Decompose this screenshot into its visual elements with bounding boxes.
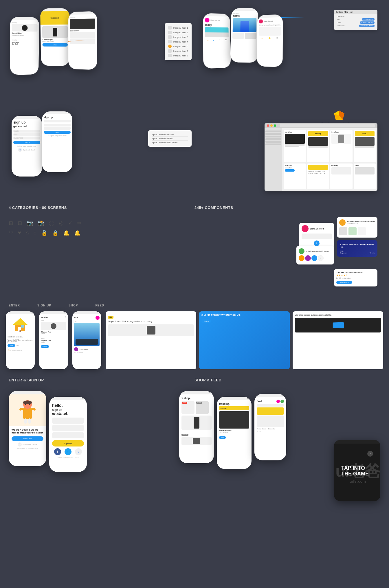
phone-content-gs: sign up get started. NAME EMAIL PASSWORD… xyxy=(12,119,42,177)
tooltip-item: Image / Item 4 xyxy=(168,39,188,44)
desktop-sidebar xyxy=(265,128,282,191)
home-filled-icon[interactable]: ⌂ xyxy=(34,230,37,236)
grid-icon[interactable]: ⊟ xyxy=(18,220,22,226)
section-top: 9:41 trending. X-model Edge™ Black & Whi… xyxy=(0,0,389,104)
desktop-card-2: trending. xyxy=(307,130,329,162)
chat-icon[interactable]: ◯ xyxy=(49,220,54,226)
components-label: 245+ COMPONENTS xyxy=(195,205,380,210)
home-outline-icon[interactable]: ⌂ xyxy=(26,230,29,236)
tooltip-item: Image / Item 5 xyxy=(168,44,188,49)
phone-content-shots: Sally Wilson shots. xyxy=(230,11,258,63)
svg-point-10 xyxy=(19,330,21,332)
sidebar-item-5 xyxy=(265,141,281,143)
input-filled: Inputs / Icon Left / Filled xyxy=(152,137,188,141)
get-started-text: get started. xyxy=(13,125,40,128)
bell-outline-icon[interactable]: 🔔 xyxy=(63,230,69,236)
sidebar-item-2 xyxy=(265,133,281,135)
item-icon-4 xyxy=(168,40,172,43)
inspector-panel: Buttons / Big Icon Overrides Icon Icons … xyxy=(334,10,377,30)
next-btn-sm[interactable]: Next xyxy=(8,344,15,347)
inspector-value-icon[interactable]: Icons / Logo xyxy=(362,18,375,21)
lock-outline-icon[interactable]: 🔓 xyxy=(41,230,47,236)
calendar-icon[interactable]: ⊞ xyxy=(9,220,13,226)
desktop-main-grid: trending. trending. xyxy=(282,128,377,191)
character-svg xyxy=(16,396,39,425)
tooltip-item: Image / Item 2 xyxy=(168,30,188,35)
heart-filled-icon[interactable]: ♥ xyxy=(18,230,21,236)
screen-animation-card: X UI KIT – screen animation. ★★★★☆ by UI… xyxy=(334,269,377,286)
continue-btn[interactable]: Continue xyxy=(13,141,40,144)
desktop-card-4: featur... xyxy=(354,130,376,162)
watch-btn[interactable]: Watch xyxy=(201,319,211,323)
tooltip-item: Image / Item 7 xyxy=(168,53,188,58)
phone-feed-final: 9:41 feed. Monica Goods → Starbucks 10 xyxy=(254,394,286,460)
enter-signup-label: ENTER & SIGN UP xyxy=(9,378,195,382)
tab-nav: ENTER SIGN UP SHOP FEED xyxy=(0,301,389,311)
tab-enter[interactable]: ENTER xyxy=(9,304,20,307)
component-cards-area: Monica Goods added a new event Sugar • R… xyxy=(197,217,380,298)
camera-icon[interactable]: 📷 xyxy=(27,220,33,226)
phone-content-1: trending. X-model Edge™ Black & White Sp… xyxy=(10,20,39,75)
components-section: ⊞ ⊟ 📷 📸 ◯ ◎ ✓ ✏ ♡ ♥ ⌂ ⌂ 🔓 🔒 🔔 🔔 xyxy=(0,216,389,301)
stars-rating: ★★★★☆ xyxy=(336,274,375,277)
phone-shots: Sally Wilson shots. xyxy=(230,8,258,63)
desktop-screenshot: trending. trending. xyxy=(265,123,377,191)
inspector-value-color[interactable]: Colors / 5 Gray xyxy=(360,21,375,24)
phone-best-sellers: featured. best sellers. xyxy=(68,11,97,70)
dot-green xyxy=(274,124,276,127)
lock-filled-icon[interactable]: 🔒 xyxy=(52,230,58,236)
watermark: ui老爸 uil8.com xyxy=(335,463,380,484)
photo-icon[interactable]: 📸 xyxy=(38,220,44,226)
tab-signup[interactable]: SIGN UP xyxy=(37,304,51,307)
svg-point-14 xyxy=(25,404,26,405)
phone-elena: Elena Sherrod All in progress after putt… xyxy=(257,14,283,67)
shop-feed-label: SHOP & FEED xyxy=(195,378,380,382)
edit-icon[interactable]: ✏ xyxy=(77,220,82,226)
tooltip-image-items: Image / Item 1 Image / Item 2 Image / It… xyxy=(165,23,192,60)
feed-phone-content: feed. UI8 Linda Dawson Kit – Kit – comin… xyxy=(72,314,101,354)
phone-enter: 9:41 create an account. We are X UIKIT &… xyxy=(6,311,35,369)
trending-phone-content: trending. ≡ men X-Special Field Speaker … xyxy=(39,314,68,350)
item-icon-1 xyxy=(168,26,172,30)
heart-outline-icon[interactable]: ♡ xyxy=(9,230,13,236)
inspector-row-overrides: Overrides xyxy=(337,16,375,17)
main-wrapper: 9:41 trending. X-model Edge™ Black & Whi… xyxy=(0,0,389,501)
svg-rect-9 xyxy=(21,325,24,328)
phone-content-next: sign up Next Or Sign in using social med… xyxy=(42,114,72,172)
phone-content-2: X-model Edge™ Black & White Speaker shop xyxy=(41,25,70,66)
tab-feed[interactable]: FEED xyxy=(95,304,104,307)
section-right-phones: 9:41 Elena Sherrod today. ⌂ + ♡ xyxy=(197,6,380,101)
svg-rect-19 xyxy=(28,418,31,424)
start-lesson-btn[interactable]: Start Lesson xyxy=(336,281,352,284)
check-icon[interactable]: ✓ xyxy=(68,220,73,226)
inspector-value-colorbase[interactable]: Colors / 1 White xyxy=(359,25,375,27)
svg-rect-18 xyxy=(24,418,27,424)
status-bar-gs: 9:41 xyxy=(12,116,42,119)
phone-content-3: featured. best sellers. xyxy=(68,14,97,70)
tab-shop[interactable]: SHOP xyxy=(69,304,78,307)
continue-btn-sm[interactable]: Continue xyxy=(41,345,49,348)
shop-now-btn[interactable]: shop xyxy=(219,436,226,439)
work-in-progress-panel: Work in progress but soon coming to life… xyxy=(293,311,383,369)
bubble-icon[interactable]: ◎ xyxy=(59,220,64,226)
signup-btn-final[interactable]: Sign Up xyxy=(64,442,72,444)
floating-inputs: Inputs / Icon Left / Active Inputs / Ico… xyxy=(148,130,192,147)
desktop-titlebar xyxy=(265,123,377,128)
phone-get-started: 9:41 sign up get started. NAME EMAIL PAS… xyxy=(12,116,42,177)
dot-yellow xyxy=(270,124,273,127)
next-btn[interactable]: Next xyxy=(44,131,71,134)
inspector-row-color: Color Colors / 5 Gray xyxy=(337,21,375,24)
item-icon-2 xyxy=(168,31,172,34)
lets-start-btn[interactable]: Let's Start! xyxy=(12,436,43,441)
item-icon-5 xyxy=(168,45,172,48)
desktop-card-6: CHOOSE YOU FAVORITE COLOR OR NOT DESIGN xyxy=(307,163,329,189)
bell-filled-icon[interactable]: 🔔 xyxy=(74,230,80,236)
section-final: 9:41 xyxy=(0,388,389,501)
desktop-card-1: trending. xyxy=(284,130,306,162)
dot-red xyxy=(267,124,269,127)
status-bar-next: 9:41 xyxy=(42,111,72,114)
phone-trending: 9:41 trending. X-model Edge™ Black & Whi… xyxy=(10,17,39,75)
phone-hello-signup: 9:41 hello. sign up get started. Sign Up… xyxy=(49,397,87,472)
phone-today: 9:41 Elena Sherrod today. ⌂ + ♡ xyxy=(203,13,231,69)
icons-area: ⊞ ⊟ 📷 📸 ◯ ◎ ✓ ✏ ♡ ♥ ⌂ ⌂ 🔓 🔒 🔔 🔔 xyxy=(9,217,192,298)
